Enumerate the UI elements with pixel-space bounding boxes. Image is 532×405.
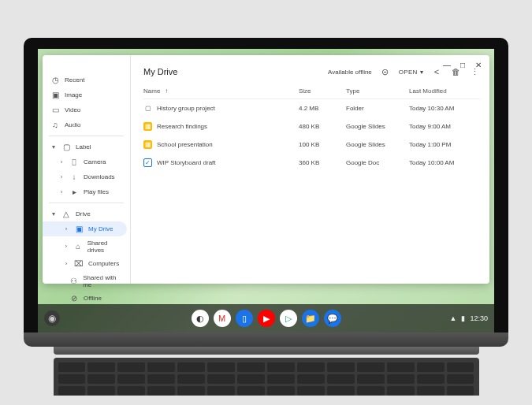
file-modified: Today 10:30 AM: [409, 105, 480, 112]
clock: 12:30: [470, 314, 488, 322]
col-size[interactable]: Size: [299, 87, 346, 95]
drive-icon: △: [61, 210, 71, 219]
status-tray[interactable]: ▲ ▮ 12:30: [450, 314, 488, 322]
sidebar-item-image[interactable]: ▣Image: [43, 87, 130, 102]
files-sidebar: ◷Recent ▣Image ▭Video ♫Audio ▾▢Label ›⌷C…: [43, 55, 131, 284]
chevron-right-icon: ›: [58, 158, 65, 165]
chevron-right-icon: ›: [58, 188, 65, 195]
slides-icon: ▦: [143, 140, 152, 149]
file-modified: Today 1:00 PM: [409, 141, 480, 148]
table-row[interactable]: ▦School presentation100 KBGoogle SlidesT…: [143, 136, 480, 154]
sidebar-divider: [49, 202, 124, 203]
sidebar-item-shareddrives[interactable]: ›⌂Shared drives: [43, 236, 130, 256]
launcher-button[interactable]: ◉: [44, 310, 60, 326]
gmail-icon[interactable]: M: [214, 310, 231, 327]
wifi-icon: ▲: [450, 314, 457, 322]
page-title: My Drive: [143, 67, 177, 76]
offline-toggle-icon[interactable]: ⊝: [380, 66, 391, 77]
table-header: Name↑ Size Type Last Modified: [143, 84, 480, 99]
file-modified: Today 10:00 AM: [409, 159, 480, 166]
open-button[interactable]: OPEN▾: [399, 69, 423, 76]
file-type: Google Doc: [346, 159, 409, 166]
video-icon: ▭: [50, 106, 60, 115]
laptop-frame: — □ ✕ ◷Recent ▣Image ▭Video ♫Audio ▾▢Lab…: [24, 38, 508, 396]
expand-icon: ▾: [50, 143, 57, 150]
window-minimize-button[interactable]: —: [442, 60, 452, 69]
sidebar-item-label: Offline: [84, 295, 102, 302]
file-modified: Today 9:00 AM: [409, 123, 480, 130]
sidebar-item-label: Play files: [84, 188, 109, 195]
doc-icon: ✓: [143, 158, 152, 167]
sidebar-item-playfiles[interactable]: ›▸Play files: [43, 184, 130, 199]
expand-icon: ▾: [50, 210, 57, 217]
screen-bezel: — □ ✕ ◷Recent ▣Image ▭Video ♫Audio ▾▢Lab…: [24, 38, 508, 333]
file-size: 100 KB: [299, 141, 346, 148]
audio-icon: ♫: [50, 121, 60, 130]
playstore-icon[interactable]: ▷: [280, 310, 297, 327]
table-row[interactable]: ▢History group project4.2 MBFolderToday …: [143, 99, 480, 117]
chevron-right-icon: ›: [63, 225, 69, 232]
sidebar-item-recent[interactable]: ◷Recent: [43, 72, 130, 87]
chrome-icon[interactable]: ◐: [192, 310, 209, 327]
messages-icon[interactable]: 💬: [324, 310, 341, 327]
chevron-right-icon: ›: [63, 260, 69, 267]
sidebar-item-audio[interactable]: ♫Audio: [43, 117, 130, 132]
sidebar-item-sharedwithme[interactable]: ⚇Shared with me: [43, 271, 130, 291]
image-icon: ▣: [50, 91, 60, 100]
chromeos-shelf: ◉ ◐ M ▯ ▶ ▷ 📁 💬 ▲ ▮ 12:30: [38, 304, 494, 333]
download-icon: ↓: [69, 173, 79, 182]
tag-icon: ▢: [61, 143, 71, 152]
sidebar-item-camera[interactable]: ›⌷Camera: [43, 154, 130, 169]
files-icon[interactable]: 📁: [302, 310, 319, 327]
files-main: My Drive Available offline ⊝ OPEN▾ < 🗑 ⋮…: [131, 55, 489, 284]
window-titlebar: — □ ✕: [436, 55, 489, 74]
file-name: Research findings: [157, 123, 207, 130]
window-close-button[interactable]: ✕: [474, 60, 483, 69]
file-size: 4.2 MB: [299, 105, 346, 112]
sidebar-item-label: Drive: [76, 210, 91, 217]
sidebar-item-label: Recent: [65, 76, 84, 84]
main-header: My Drive Available offline ⊝ OPEN▾ < 🗑 ⋮: [143, 61, 480, 84]
sidebar-section-label[interactable]: ▾▢Label: [43, 139, 130, 154]
col-name[interactable]: Name↑: [143, 87, 299, 95]
col-modified[interactable]: Last Modified: [409, 87, 480, 95]
sidebar-item-label: Shared drives: [87, 240, 124, 254]
table-row[interactable]: ▦Research findings480 KBGoogle SlidesTod…: [143, 117, 480, 136]
sidebar-item-label: Camera: [84, 158, 106, 165]
chevron-right-icon: ›: [58, 173, 65, 180]
sidebar-item-label: Downloads: [84, 173, 115, 180]
chevron-down-icon: ▾: [420, 69, 423, 76]
folder-icon: ▢: [143, 104, 152, 113]
col-type[interactable]: Type: [346, 87, 409, 95]
play-icon: ▸: [69, 188, 79, 197]
sidebar-item-label: Audio: [65, 121, 80, 128]
chevron-right-icon: ›: [63, 243, 69, 250]
camera-icon: ⌷: [69, 158, 79, 167]
file-name: WIP Storyboard draft: [157, 159, 216, 166]
file-type: Google Slides: [346, 123, 409, 130]
file-list: ▢History group project4.2 MBFolderToday …: [143, 99, 480, 172]
slides-icon: ▦: [143, 122, 152, 131]
file-size: 480 KB: [299, 123, 346, 130]
file-type: Google Slides: [346, 141, 409, 148]
chromeos-desktop: — □ ✕ ◷Recent ▣Image ▭Video ♫Audio ▾▢Lab…: [38, 49, 494, 333]
sidebar-item-mydrive[interactable]: ›▣My Drive: [43, 221, 127, 236]
sidebar-section-drive[interactable]: ▾△Drive: [43, 206, 130, 221]
table-row[interactable]: ✓WIP Storyboard draft360 KBGoogle DocTod…: [143, 154, 480, 172]
battery-icon: ▮: [461, 314, 465, 322]
available-offline-label: Available offline: [328, 69, 372, 76]
file-size: 360 KB: [299, 159, 346, 166]
youtube-icon[interactable]: ▶: [258, 310, 275, 327]
sidebar-item-label: Label: [76, 143, 91, 150]
sidebar-item-label: Video: [65, 106, 80, 113]
window-maximize-button[interactable]: □: [458, 60, 467, 69]
sidebar-item-label: Computers: [88, 260, 119, 267]
docs-icon[interactable]: ▯: [236, 310, 253, 327]
sidebar-item-downloads[interactable]: ›↓Downloads: [43, 169, 130, 184]
computers-icon: ⌧: [74, 259, 84, 269]
sidebar-item-video[interactable]: ▭Video: [43, 102, 130, 117]
laptop-base: [24, 333, 508, 347]
sidebar-item-label: Shared with me: [83, 274, 124, 288]
sidebar-item-computers[interactable]: ›⌧Computers: [43, 256, 130, 271]
shared-icon: ⚇: [69, 277, 78, 286]
